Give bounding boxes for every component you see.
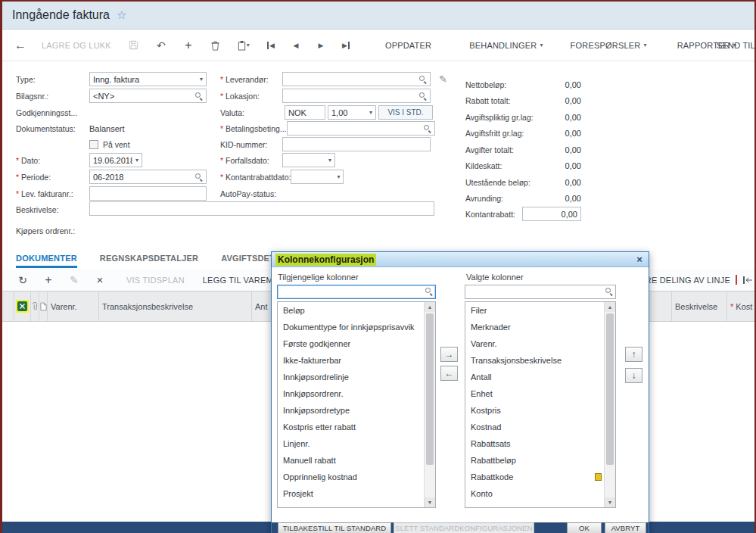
- scroll-up-icon[interactable]: ▲: [425, 302, 435, 312]
- period-lookup[interactable]: 06-2018: [89, 170, 207, 184]
- save-close-button[interactable]: LAGRE OG LUKK: [42, 41, 111, 50]
- selected-column-item[interactable]: Transaksjonsbeskrivelse: [465, 352, 615, 369]
- currency-rate-select[interactable]: 1,00 ▾: [328, 105, 376, 120]
- available-column-item[interactable]: Innkjøpsordrenr.: [278, 385, 435, 402]
- grid-edit-icon[interactable]: ✎: [69, 274, 79, 286]
- remove-column-button[interactable]: ←: [440, 366, 458, 381]
- selected-column-item[interactable]: Underkonto: [465, 502, 615, 508]
- last-record-icon[interactable]: ▶: [340, 42, 352, 49]
- cash-discount-date-picker[interactable]: ▾: [291, 170, 344, 184]
- magnifier-icon[interactable]: [194, 92, 203, 100]
- selected-column-item[interactable]: Rabattbeløp: [465, 452, 615, 469]
- dialog-title-bar[interactable]: Kolonnekonfigurasjon ×: [272, 252, 649, 267]
- magnifier-icon[interactable]: [418, 75, 427, 83]
- column-header-desc[interactable]: Beskrivelse: [672, 291, 727, 321]
- available-column-item[interactable]: Prosjekt: [278, 485, 435, 502]
- delete-icon[interactable]: [210, 40, 222, 51]
- available-column-item[interactable]: Beløp: [278, 302, 435, 319]
- selected-column-item[interactable]: Rabattsats: [465, 435, 615, 452]
- grid-refresh-icon[interactable]: ↻: [17, 274, 28, 286]
- available-column-item[interactable]: Manuell rabatt: [278, 452, 435, 469]
- selected-column-item[interactable]: Antall: [465, 369, 615, 385]
- view-schedule-button[interactable]: VIS TIDSPLAN: [126, 276, 185, 285]
- available-column-item[interactable]: Ikke-fakturerbar: [278, 352, 435, 369]
- currency-code-box[interactable]: NOK: [285, 105, 325, 120]
- description-input[interactable]: [89, 201, 434, 216]
- selected-column-item[interactable]: Enhet: [465, 385, 615, 402]
- back-icon[interactable]: ←: [14, 39, 26, 52]
- move-down-button[interactable]: ↓: [625, 368, 642, 383]
- scroll-thumb[interactable]: [606, 313, 614, 465]
- add-icon[interactable]: +: [182, 39, 194, 52]
- due-date-picker[interactable]: ▾: [282, 153, 335, 167]
- date-picker[interactable]: 19.06.2018 ▾: [89, 153, 142, 167]
- column-header-trans-desc[interactable]: Transaksjonsbeskrivelse: [99, 291, 252, 321]
- available-column-item[interactable]: Første godkjenner: [278, 335, 435, 352]
- add-column-button[interactable]: →: [440, 347, 458, 362]
- scroll-down-icon[interactable]: ▼: [425, 497, 435, 507]
- export-excel-icon[interactable]: [16, 300, 29, 313]
- reset-default-button[interactable]: TILBAKESTILL TIL STANDARD: [278, 522, 391, 533]
- selected-search-input[interactable]: [465, 285, 616, 299]
- selected-column-item[interactable]: Merknader: [465, 319, 615, 335]
- tab-ledger-details[interactable]: REGNSKAPSDETALJER: [100, 254, 198, 268]
- available-column-item[interactable]: Prosjektoppgave: [278, 502, 435, 508]
- selected-column-item[interactable]: Kostnad: [465, 419, 615, 435]
- refnbr-lookup[interactable]: <NY>: [89, 89, 207, 103]
- inquiries-menu[interactable]: FORESPØRSLER▾: [571, 41, 647, 50]
- magnifier-icon[interactable]: [425, 287, 433, 295]
- column-header-cost[interactable]: Kost: [727, 291, 756, 321]
- close-icon[interactable]: ×: [633, 254, 646, 265]
- magnifier-icon[interactable]: [194, 173, 203, 181]
- prev-record-icon[interactable]: ◀: [290, 42, 302, 49]
- notes-column-header[interactable]: [39, 291, 48, 321]
- vendor-ref-input[interactable]: [89, 186, 207, 201]
- move-up-button[interactable]: ↑: [625, 347, 642, 362]
- tab-documents[interactable]: DOKUMENTER: [16, 254, 77, 268]
- hold-checkbox[interactable]: [89, 140, 98, 149]
- cash-discount-input[interactable]: 0,00: [522, 207, 581, 221]
- available-column-item[interactable]: Innkjøpsordretype: [278, 402, 435, 419]
- undo-icon[interactable]: ↶: [155, 39, 167, 51]
- actions-menu[interactable]: BEHANDLINGER▾: [469, 41, 543, 50]
- selected-column-item[interactable]: Konto: [465, 485, 615, 502]
- edit-vendor-icon[interactable]: ✎: [439, 73, 447, 85]
- selected-list-scrollbar[interactable]: ▲ ▼: [604, 302, 615, 507]
- kid-input[interactable]: [282, 137, 431, 151]
- available-list-scrollbar[interactable]: ▲ ▼: [424, 302, 435, 507]
- selected-column-item[interactable]: Varenr.: [465, 335, 615, 352]
- vendor-lookup[interactable]: [282, 72, 431, 86]
- send-to-menu[interactable]: SEND TIL▾: [717, 41, 754, 50]
- collapse-panel-icon[interactable]: [742, 276, 753, 285]
- undo-split-line-button[interactable]: GRE DELING AV LINJE: [639, 276, 730, 285]
- available-column-item[interactable]: Opprinnelig kostnad: [278, 469, 435, 485]
- available-search-input[interactable]: [277, 285, 436, 299]
- first-record-icon[interactable]: ◀: [265, 42, 277, 49]
- save-icon[interactable]: [128, 39, 140, 51]
- favorite-star-icon[interactable]: ☆: [117, 8, 126, 22]
- cancel-button[interactable]: AVBRYT: [605, 522, 646, 533]
- selected-column-item[interactable]: Kostpris: [465, 402, 615, 419]
- copy-paste-icon[interactable]: ▾: [237, 40, 250, 51]
- magnifier-icon[interactable]: [605, 287, 613, 295]
- ok-button[interactable]: OK: [567, 522, 602, 533]
- available-column-item[interactable]: Linjenr.: [278, 435, 435, 452]
- magnifier-icon[interactable]: [418, 92, 427, 100]
- delete-default-config-button[interactable]: SLETT STANDARDKONFIGURASJONEN: [394, 522, 534, 533]
- refresh-button[interactable]: OPPDATER: [385, 41, 431, 50]
- selected-column-item[interactable]: Filer: [465, 302, 615, 319]
- scroll-up-icon[interactable]: ▲: [605, 302, 615, 312]
- magnifier-icon[interactable]: [423, 124, 431, 132]
- view-base-button[interactable]: VIS I STD.: [378, 105, 433, 120]
- available-column-item[interactable]: Kostpris etter rabatt: [278, 419, 435, 435]
- next-record-icon[interactable]: ▶: [315, 42, 327, 49]
- available-column-item[interactable]: Dokumenttype for innkjøpsprisavvik: [278, 319, 435, 335]
- scroll-down-icon[interactable]: ▼: [605, 497, 615, 507]
- grid-add-row-icon[interactable]: +: [43, 273, 54, 287]
- column-header-item[interactable]: Varenr.: [48, 291, 99, 321]
- grid-delete-row-icon[interactable]: ×: [95, 273, 105, 286]
- type-select[interactable]: Inng. faktura ▾: [89, 72, 207, 86]
- selected-column-item[interactable]: Rabattkode: [465, 469, 615, 485]
- scroll-thumb[interactable]: [426, 313, 434, 465]
- location-lookup[interactable]: [282, 89, 431, 103]
